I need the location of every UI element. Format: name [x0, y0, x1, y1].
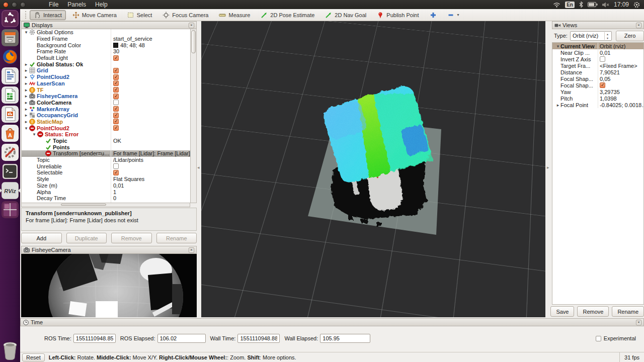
checkbox-checked[interactable]	[113, 125, 119, 131]
dock-item-system-settings[interactable]	[2, 144, 19, 161]
dock-item-libreoffice-calc[interactable]	[2, 86, 19, 104]
tree-row-markerarray[interactable]: ▸MarkerArray	[22, 106, 196, 112]
tool-move-camera[interactable]: Move Camera	[68, 10, 121, 20]
checkbox-checked[interactable]	[113, 119, 119, 124]
menu-panels[interactable]: Panels	[67, 1, 86, 8]
dock-item-ubuntu-dash[interactable]	[2, 10, 19, 27]
tree-row-transform-sender-un[interactable]: Transform [sender=un…For frame [Lidar]: …	[22, 150, 196, 157]
tree-row-target-fra[interactable]: Target Fra...<Fixed Frame>	[552, 62, 643, 69]
dock-item-libreoffice-impress[interactable]	[2, 106, 19, 123]
collapse-arrow-icon[interactable]: ▾	[555, 44, 560, 49]
expand-arrow-icon[interactable]: ▸	[24, 113, 29, 118]
tree-row-occupancygrid[interactable]: ▸OccupancyGrid	[22, 112, 196, 119]
tree-row-topic[interactable]: TopicOK	[22, 138, 196, 144]
rename-button[interactable]: Rename	[612, 306, 644, 317]
menu-file[interactable]: File	[49, 1, 58, 8]
dock-item-libreoffice-writer[interactable]	[2, 67, 19, 84]
tree-row-status-error[interactable]: ▾Status: Error	[22, 131, 196, 138]
keyboard-layout-indicator[interactable]: En	[565, 2, 575, 8]
checkbox-checked[interactable]	[113, 106, 119, 112]
ros-time-input[interactable]	[73, 334, 116, 343]
close-icon[interactable]: ×	[636, 320, 641, 325]
checkbox-checked[interactable]	[113, 80, 119, 86]
checkbox-unchecked[interactable]	[113, 100, 119, 105]
ros-elapsed-input[interactable]	[157, 334, 206, 343]
tree-row-distance[interactable]: Distance7,90521	[552, 69, 643, 75]
color-swatch[interactable]	[113, 43, 118, 48]
window-minimize-button[interactable]	[12, 2, 17, 8]
tree-row-unreliable[interactable]: Unreliable	[22, 163, 196, 169]
checkbox-checked[interactable]	[113, 55, 119, 61]
tree-row-points[interactable]: Points	[22, 144, 196, 150]
tree-row-current-view[interactable]: ▾Current ViewOrbit (rviz)	[552, 43, 643, 49]
duplicate-button[interactable]: Duplicate	[66, 233, 107, 243]
expand-arrow-icon[interactable]: ▸	[555, 103, 560, 108]
menu-help[interactable]: Help	[95, 1, 108, 8]
tool-select[interactable]: Select	[123, 10, 156, 20]
dock-item-files[interactable]	[2, 29, 19, 46]
collapse-arrow-icon[interactable]: ▾	[24, 30, 29, 35]
clock[interactable]: 17:09	[614, 1, 629, 8]
collapse-arrow-icon[interactable]: ▾	[32, 132, 37, 137]
expand-arrow-icon[interactable]: ▸	[24, 81, 29, 86]
dock-item-rviz[interactable]: RViz	[2, 182, 19, 199]
displays-panel-header[interactable]: Displays ×	[21, 21, 197, 29]
time-panel-header[interactable]: Time ×	[20, 318, 644, 326]
checkbox-checked[interactable]	[113, 94, 119, 99]
remove-button[interactable]: Remove	[111, 233, 152, 243]
bluetooth-icon[interactable]	[579, 2, 583, 8]
views-panel-header[interactable]: Views ×	[552, 21, 644, 29]
checkbox-unchecked[interactable]	[113, 163, 119, 169]
dock-item-trash[interactable]	[2, 340, 19, 360]
tree-row-background-color[interactable]: Background Color48; 48; 48	[22, 42, 196, 48]
tree-row-yaw[interactable]: Yaw3,29735	[552, 88, 643, 95]
tool-interact[interactable]: Interact	[30, 10, 66, 20]
tool-2d-nav-goal[interactable]: 2D Nav Goal	[321, 10, 370, 20]
tree-row-global-status-ok[interactable]: ▸Global Status: Ok	[22, 61, 196, 67]
tool-measure[interactable]: Measure	[215, 10, 254, 20]
window-maximize-button[interactable]	[20, 2, 26, 8]
tool-2d-pose-estimate[interactable]: 2D Pose Estimate	[257, 10, 318, 20]
dock-item-firefox[interactable]	[2, 48, 19, 65]
tree-row-frame-rate[interactable]: Frame Rate30	[22, 48, 196, 55]
tree-row-fisheyecamera[interactable]: ▸FisheyeCamera	[22, 93, 196, 100]
3d-viewport[interactable]	[201, 21, 545, 317]
expand-arrow-icon[interactable]: ▸	[24, 100, 29, 105]
battery-icon[interactable]	[588, 2, 598, 7]
close-icon[interactable]: ×	[189, 23, 194, 28]
reset-button[interactable]: Reset	[22, 353, 45, 361]
remove-button[interactable]: Remove	[577, 306, 609, 317]
rename-button[interactable]: Rename	[156, 233, 197, 243]
tool-publish-point[interactable]: Publish Point	[373, 10, 423, 20]
scrollbar-thumb[interactable]	[61, 204, 106, 206]
tree-row-decay-time[interactable]: Decay Time0	[22, 195, 196, 202]
checkbox-unchecked[interactable]	[600, 56, 605, 62]
tree-row-grid[interactable]: ▸Grid	[22, 67, 196, 74]
checkbox-checked[interactable]	[113, 74, 119, 80]
tree-row-pointcloud2[interactable]: ▸PointCloud2	[22, 74, 196, 80]
tree-row-focal-point[interactable]: ▸Focal Point-0.84025; 0.0018…	[552, 102, 643, 108]
dock-item-software-center[interactable]: A	[2, 125, 19, 142]
tool-item[interactable]: ▾	[443, 10, 463, 20]
tree-row-default-light[interactable]: Default Light	[22, 55, 196, 61]
experimental-checkbox[interactable]	[596, 336, 601, 341]
dock-item-workspace-switcher[interactable]	[2, 201, 19, 218]
tree-row-tf[interactable]: ▸!TF	[22, 86, 196, 93]
right-panel-collapse-handle[interactable]: ▸	[547, 165, 549, 170]
expand-arrow-icon[interactable]: ▸	[24, 107, 29, 112]
expand-arrow-icon[interactable]: ▸	[24, 62, 29, 67]
spinner-arrows-icon[interactable]: ▴▾	[604, 32, 610, 40]
tree-row-staticmap[interactable]: ▸!StaticMap	[22, 119, 196, 125]
tree-row-style[interactable]: StyleFlat Squares	[22, 176, 196, 183]
tree-row-fixed-frame[interactable]: Fixed Framestart_of_service	[22, 36, 196, 42]
tree-row-alpha[interactable]: Alpha1	[22, 189, 196, 195]
expand-arrow-icon[interactable]: ▸	[24, 119, 29, 124]
expand-arrow-icon[interactable]: ▸	[24, 68, 29, 73]
expand-arrow-icon[interactable]: ▸	[24, 87, 29, 93]
chevron-down-icon[interactable]: ▾	[457, 13, 459, 17]
tree-row-global-options[interactable]: ▾Global Options	[22, 29, 196, 36]
tree-row-colorcamera[interactable]: ▸ColorCamera	[22, 100, 196, 106]
window-close-button[interactable]	[3, 2, 9, 8]
tree-row-focal-shap[interactable]: Focal Shap...	[552, 82, 643, 88]
displays-vertical-scrollbar[interactable]	[190, 29, 197, 203]
